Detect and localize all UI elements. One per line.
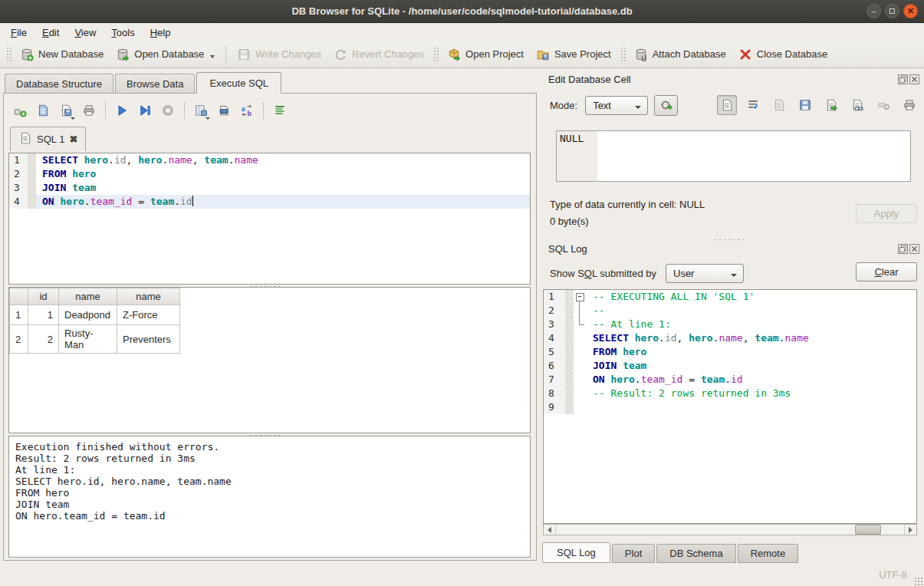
sql-editor[interactable]: 1SELECT hero.id, hero.name, team.name2FR… (8, 153, 531, 285)
scroll-right-arrow[interactable] (904, 525, 916, 535)
close-button[interactable]: ✕ (903, 4, 918, 18)
sql-editor-tab[interactable]: SQL 1✖ (10, 127, 86, 151)
maximize-button[interactable] (885, 4, 899, 18)
find-button[interactable] (214, 100, 234, 120)
float-dock-icon[interactable] (898, 74, 908, 84)
write-changes-button[interactable]: Write Changes (231, 44, 327, 64)
print-button[interactable] (899, 95, 919, 115)
cell-editor[interactable]: NULL (556, 130, 911, 182)
svg-text:a: a (242, 105, 246, 113)
cell-content-area[interactable] (597, 131, 910, 181)
find-replace-button[interactable]: ab (237, 100, 257, 120)
menu-help[interactable]: Help (143, 25, 179, 40)
result-cell[interactable]: Rusty-Man (59, 325, 117, 354)
menu-file[interactable]: File (3, 25, 35, 40)
result-cell[interactable]: Preventers (117, 325, 180, 354)
toolbar-label: Close Database (757, 48, 828, 60)
code-line: 2FROM hero (9, 167, 530, 181)
open-url-button[interactable] (847, 95, 867, 115)
tab-database-structure[interactable]: Database Structure (5, 74, 113, 94)
dock-tab-sql-log[interactable]: SQL Log (542, 542, 610, 563)
format-sql-button[interactable] (270, 100, 290, 120)
fold-margin (574, 359, 587, 373)
cell-size-info: 0 byte(s) (550, 216, 589, 227)
open-tab-button[interactable] (10, 100, 30, 120)
menu-view[interactable]: View (67, 25, 104, 40)
code-line: 8-- Result: 2 rows returned in 3ms (544, 387, 916, 400)
line-number: 5 (544, 345, 565, 359)
revert-changes-button[interactable]: Revert Changes (327, 44, 430, 64)
dropdown-arrow-icon[interactable] (210, 55, 215, 58)
code-text: ON hero.team_id = team.id (36, 195, 530, 209)
result-cell[interactable]: 1 (28, 305, 59, 325)
execute-all-button[interactable] (112, 100, 132, 120)
save-project-button[interactable]: Save Project (530, 44, 617, 64)
fold-start-icon[interactable] (574, 290, 587, 304)
column-header-name[interactable]: name (59, 288, 117, 305)
float-dock-icon[interactable] (898, 244, 908, 254)
fold-margin (574, 400, 587, 414)
tab-execute-sql[interactable]: Execute SQL (196, 72, 281, 94)
minimize-button[interactable]: – (866, 4, 881, 18)
result-cell[interactable]: 2 (28, 325, 59, 354)
window-controls: – ✕ (866, 4, 918, 18)
toolbar-label: Open Database (134, 48, 204, 60)
toolbar-separator (225, 45, 226, 64)
toolbar-grip (620, 46, 626, 63)
save-sql-file-button[interactable] (56, 100, 76, 120)
result-cell[interactable]: Deadpond (59, 305, 117, 325)
scrollbar-thumb[interactable] (855, 525, 881, 535)
code-text (587, 400, 916, 414)
line-number: 6 (544, 359, 565, 373)
menu-edit[interactable]: Edit (35, 25, 67, 40)
scroll-left-arrow[interactable] (544, 525, 556, 535)
text-document-button[interactable] (717, 95, 737, 115)
close-dock-icon[interactable] (909, 244, 919, 254)
code-line: 4SELECT hero.id, hero.name, team.name (544, 331, 916, 345)
open-project-icon (447, 48, 461, 61)
word-wrap-button[interactable] (743, 95, 763, 115)
submitted-by-combobox[interactable]: User (666, 264, 744, 283)
open-database-button[interactable]: Open Database (110, 44, 221, 64)
toolbar-label: Write Changes (255, 48, 321, 60)
dock-tab-plot[interactable]: Plot (612, 544, 655, 563)
scrollbar-track[interactable] (556, 525, 904, 535)
splitter-handle[interactable] (713, 236, 744, 240)
clear-button[interactable]: Clear (856, 262, 917, 281)
column-header-name[interactable]: name (117, 288, 180, 305)
apply-button[interactable]: Apply (856, 204, 917, 223)
result-cell[interactable]: Z-Force (117, 305, 180, 325)
document-icon (18, 131, 32, 147)
print-button[interactable] (79, 100, 99, 120)
close-tab-icon[interactable]: ✖ (69, 133, 77, 145)
row-header[interactable]: 1 (10, 305, 28, 325)
execute-line-button[interactable] (135, 100, 155, 120)
code-line: 3-- At line 1: (544, 318, 916, 331)
open-project-button[interactable]: Open Project (441, 44, 530, 64)
horizontal-scrollbar[interactable] (543, 524, 917, 535)
new-database-button[interactable]: New Database (14, 44, 110, 64)
open-sql-file-button[interactable] (33, 100, 53, 120)
save-file-button[interactable] (795, 95, 815, 115)
results-table: idnamename11DeadpondZ-Force22Rusty-ManPr… (9, 288, 180, 354)
auto-apply-gear-button[interactable] (654, 95, 678, 116)
dock-tab-db-schema[interactable]: DB Schema (656, 544, 735, 563)
code-line: 3JOIN team (9, 181, 530, 195)
mode-combobox[interactable]: Text (585, 96, 648, 115)
sql-log-view[interactable]: 1-- EXECUTING ALL IN 'SQL 1'2--3-- At li… (543, 289, 917, 524)
close-database-button[interactable]: Close Database (732, 44, 834, 64)
row-header[interactable]: 2 (10, 325, 28, 354)
marker-margin (565, 359, 574, 373)
export-results-button[interactable] (191, 100, 211, 120)
code-text: SELECT hero.id, hero.name, team.name (36, 153, 530, 167)
tab-browse-data[interactable]: Browse Data (115, 74, 195, 94)
export-file-button[interactable] (821, 95, 841, 115)
line-number: 7 (544, 373, 565, 387)
attach-database-button[interactable]: Attach Database (628, 44, 732, 64)
column-header-id[interactable]: id (28, 288, 59, 305)
dock-tab-remote[interactable]: Remote (738, 544, 799, 563)
resize-grip[interactable] (914, 577, 922, 585)
close-dock-icon[interactable] (909, 74, 919, 84)
open-database-icon (116, 48, 130, 61)
menu-tools[interactable]: Tools (104, 25, 142, 40)
